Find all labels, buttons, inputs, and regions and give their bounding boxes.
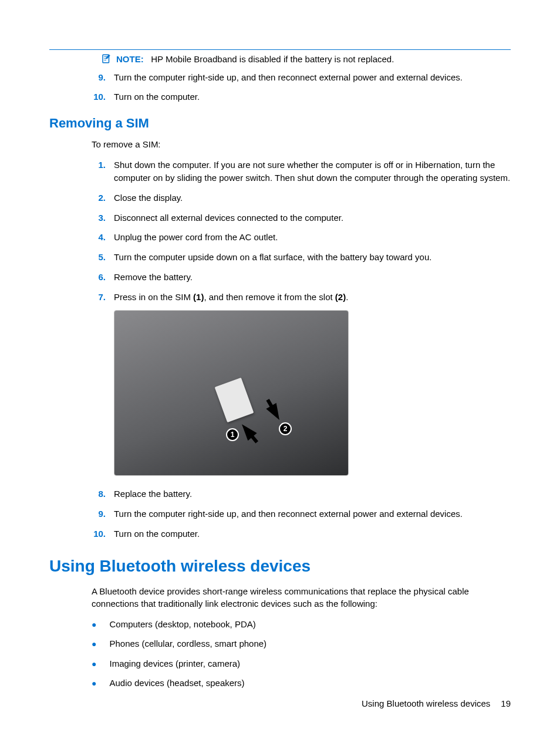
step-number: 6. <box>92 271 106 284</box>
step-text: Disconnect all external devices connecte… <box>114 211 343 224</box>
footer-page-number: 19 <box>501 698 511 708</box>
removing-sim-intro: To remove a SIM: <box>49 138 511 150</box>
step-text: Remove the battery. <box>114 271 193 284</box>
bullet-icon: ● <box>92 639 96 650</box>
note-body: HP Mobile Broadband is disabled if the b… <box>151 54 394 64</box>
step-number: 5. <box>92 251 106 264</box>
step-number: 9. <box>92 508 106 520</box>
list-item: 5.Turn the computer upside down on a fla… <box>92 251 511 264</box>
arrow-press-in-icon <box>237 421 257 441</box>
list-item: 4.Unplug the power cord from the AC outl… <box>92 231 511 244</box>
list-item: 10.Turn on the computer. <box>92 527 511 540</box>
list-item: ●Phones (cellular, cordless, smart phone… <box>92 637 511 650</box>
bullet-icon: ● <box>92 678 96 690</box>
list-item: 1.Shut down the computer. If you are not… <box>92 159 511 184</box>
step-text: Close the display. <box>114 191 183 204</box>
step-text: Shut down the computer. If you are not s… <box>114 159 511 184</box>
page-content: NOTE: HP Mobile Broadband is disabled if… <box>49 49 511 690</box>
step-text: Press in on the SIM (1), and then remove… <box>114 291 348 304</box>
document-page: NOTE: HP Mobile Broadband is disabled if… <box>0 0 560 746</box>
bullet-icon: ● <box>92 658 96 670</box>
sim-removal-figure: 1 2 <box>49 310 511 476</box>
removing-sim-steps-b: 8.Replace the battery. 9.Turn the comput… <box>49 488 511 540</box>
list-item: 9. Turn the computer right-side up, and … <box>92 71 511 83</box>
item-text: Phones (cellular, cordless, smart phone) <box>109 637 266 650</box>
note-block: NOTE: HP Mobile Broadband is disabled if… <box>49 53 511 65</box>
step-number: 1. <box>92 159 106 184</box>
list-item: 8.Replace the battery. <box>92 488 511 500</box>
list-item: ●Imaging devices (printer, camera) <box>92 657 511 670</box>
step-text: Replace the battery. <box>114 488 192 500</box>
list-item: 7. Press in on the SIM (1), and then rem… <box>92 291 511 304</box>
callout-badge-2: 2 <box>279 422 292 435</box>
note-label: NOTE: <box>116 54 144 64</box>
list-item: ●Audio devices (headset, speakers) <box>92 677 511 690</box>
list-item: 9.Turn the computer right-side up, and t… <box>92 508 511 520</box>
step-number: 4. <box>92 231 106 244</box>
page-footer: Using Bluetooth wireless devices 19 <box>362 698 511 708</box>
item-text: Computers (desktop, notebook, PDA) <box>109 618 255 630</box>
bluetooth-intro: A Bluetooth device provides short-range … <box>49 585 511 610</box>
callout-badge-1: 1 <box>226 428 239 441</box>
step-number: 9. <box>92 71 106 83</box>
item-text: Imaging devices (printer, camera) <box>109 657 240 670</box>
bullet-icon: ● <box>92 619 96 631</box>
step-text: Turn the computer upside down on a flat … <box>114 251 431 264</box>
note-divider <box>49 49 511 50</box>
removing-sim-steps-a: 1.Shut down the computer. If you are not… <box>49 159 511 303</box>
note-icon <box>101 53 112 64</box>
step-text: Turn on the computer. <box>114 527 200 540</box>
step-number: 7. <box>92 291 106 304</box>
note-text: NOTE: HP Mobile Broadband is disabled if… <box>116 53 394 65</box>
continued-steps-list: 9. Turn the computer right-side up, and … <box>49 71 511 103</box>
list-item: 6.Remove the battery. <box>92 271 511 284</box>
sim-removal-image: 1 2 <box>114 310 349 476</box>
step-number: 10. <box>92 527 106 540</box>
step-text: Turn the computer right-side up, and the… <box>114 508 463 520</box>
step-number: 2. <box>92 191 106 204</box>
step-number: 10. <box>92 90 106 103</box>
step-number: 8. <box>92 488 106 500</box>
heading-removing-sim: Removing a SIM <box>49 116 511 131</box>
item-text: Audio devices (headset, speakers) <box>109 677 244 689</box>
step-number: 3. <box>92 211 106 224</box>
list-item: 3.Disconnect all external devices connec… <box>92 211 511 224</box>
footer-section-title: Using Bluetooth wireless devices <box>362 698 490 708</box>
arrow-remove-icon <box>266 403 284 423</box>
step-text: Turn the computer right-side up, and the… <box>114 71 463 83</box>
step-text: Turn on the computer. <box>114 90 200 103</box>
list-item: 10. Turn on the computer. <box>92 90 511 103</box>
step-text: Unplug the power cord from the AC outlet… <box>114 231 278 244</box>
sim-card-illustration <box>215 378 254 423</box>
list-item: ●Computers (desktop, notebook, PDA) <box>92 618 511 631</box>
list-item: 2.Close the display. <box>92 191 511 204</box>
bluetooth-device-list: ●Computers (desktop, notebook, PDA) ●Pho… <box>49 618 511 690</box>
heading-bluetooth: Using Bluetooth wireless devices <box>49 557 511 576</box>
